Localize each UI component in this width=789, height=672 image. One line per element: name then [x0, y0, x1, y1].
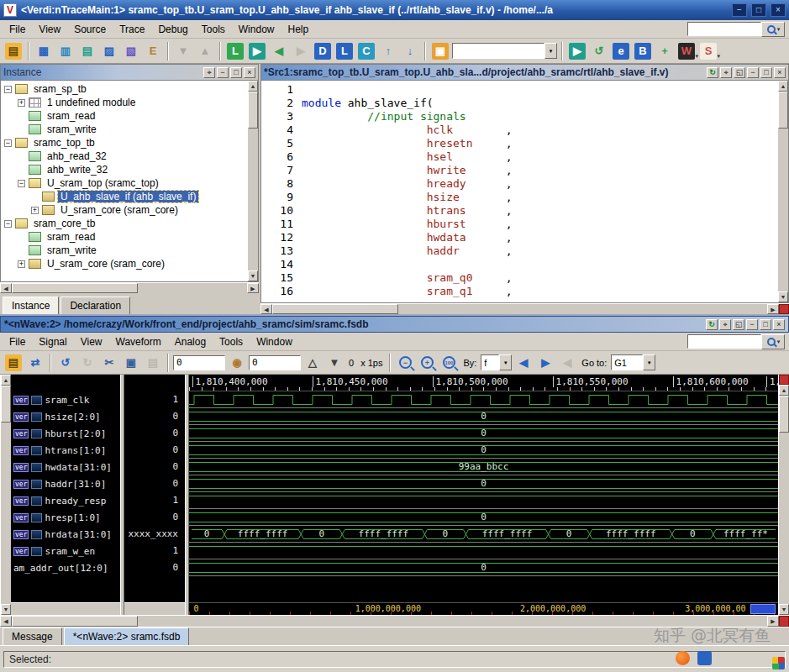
dropdown-arrow-icon[interactable]: ▾ [544, 43, 557, 59]
wave-overview[interactable]: 01,000,000,0002,000,000,0003,000,000,00 [189, 602, 778, 615]
source-view-icon[interactable]: ▤ [77, 41, 97, 61]
tree-expander-icon[interactable]: − [4, 86, 12, 93]
tree-item[interactable]: +1 undefined module [1, 96, 247, 109]
tree-item[interactable]: −U_sram_top (sramc_top) [1, 176, 247, 190]
wave-row-haddr-31-0[interactable]: 0 [189, 475, 778, 492]
scroll-left-icon[interactable]: ◀ [0, 616, 12, 627]
nwave-search-input[interactable] [687, 334, 761, 349]
main-search-input[interactable] [687, 22, 761, 36]
menu-debug[interactable]: Debug [151, 21, 194, 38]
instance-panel-header[interactable]: Instance ⌖ − □ × [0, 64, 259, 81]
tab-nwave-2-sramc-fsdb[interactable]: *<nWave:2> sramc.fsdb [64, 627, 190, 645]
new-waveform-icon[interactable]: W▾ [676, 41, 697, 61]
nwave-menu-file[interactable]: File [3, 333, 32, 350]
menu-file[interactable]: File [3, 21, 32, 38]
nwave-menu-analog[interactable]: Analog [168, 333, 213, 350]
tree-expander-icon[interactable]: − [18, 180, 25, 187]
restore-icon[interactable]: ◱ [733, 319, 744, 330]
edit-source-icon[interactable]: E [143, 41, 163, 61]
signal-name-row[interactable]: verhresp[1:0] [11, 509, 120, 526]
open-database-icon[interactable]: ▤ [3, 41, 24, 61]
menu-trace[interactable]: Trace [113, 21, 151, 38]
minimize-icon[interactable]: − [217, 67, 229, 78]
close-icon[interactable]: × [244, 67, 255, 78]
scroll-up-icon[interactable]: ▲ [248, 81, 258, 92]
scrollbar-thumb[interactable] [12, 283, 138, 293]
goto-active-icon[interactable]: L [225, 41, 245, 61]
scrollbar-thumb[interactable] [272, 304, 398, 314]
tree-expander-icon[interactable]: − [4, 139, 12, 147]
scrollbar-track[interactable] [778, 129, 788, 291]
maximize-icon[interactable]: □ [230, 67, 242, 78]
scroll-left-icon[interactable]: ◀ [260, 304, 272, 314]
zoom-in-icon[interactable]: + [417, 353, 437, 373]
maximize-icon[interactable]: □ [760, 319, 771, 330]
restore-session-icon[interactable]: ▲ [195, 41, 215, 61]
module-list-icon[interactable]: ▥ [55, 41, 76, 61]
menu-view[interactable]: View [32, 21, 67, 38]
wave-row-sram-clk[interactable] [189, 391, 778, 408]
tab-message[interactable]: Message [3, 627, 62, 645]
corner-marker-icon[interactable] [779, 375, 789, 385]
scroll-down-icon[interactable]: ▼ [779, 604, 789, 615]
nwave-menu-window[interactable]: Window [250, 333, 299, 350]
tree-expander-icon[interactable]: + [18, 260, 25, 268]
signal-name-row[interactable]: verhrdata[31:0] [11, 526, 120, 543]
tab-instance[interactable]: Instance [3, 297, 59, 314]
tree-item[interactable]: sram_read [1, 230, 247, 244]
interactive-mode-icon[interactable]: ▶ [567, 41, 587, 61]
signal-name-row[interactable]: verhaddr[31:0] [11, 475, 120, 492]
cut-signal-icon[interactable]: ✂ [99, 353, 119, 373]
undo-icon[interactable]: ↺ [55, 353, 76, 373]
restore-icon[interactable]: ◱ [734, 67, 745, 78]
signal-name-row[interactable]: verhtrans[1:0] [11, 442, 120, 459]
scroll-down-icon[interactable]: ▼ [778, 291, 788, 302]
wave-ruler[interactable]: 1,810,400,0001,810,450,0001,810,500,0001… [189, 375, 778, 391]
window-titlebar[interactable]: V <Verdi:nTraceMain:1> sramc_top_tb.U_sr… [0, 0, 789, 20]
trace-driver-icon[interactable]: D [313, 41, 333, 61]
tree-item[interactable]: U_ahb_slave_if (ahb_slave_if) [1, 190, 247, 203]
dropdown-arrow-icon[interactable]: ▾ [643, 354, 655, 370]
scroll-up-icon[interactable]: ▲ [1, 375, 11, 386]
scroll-up-icon[interactable]: ▲ [778, 81, 788, 92]
corner-marker-icon[interactable] [779, 616, 789, 627]
scrollbar-thumb[interactable] [778, 92, 788, 129]
tree-item[interactable]: ahb_write_32 [1, 163, 247, 176]
tree-item[interactable]: −sramc_top_tb [1, 136, 247, 150]
scroll-right-icon[interactable]: ▶ [247, 283, 259, 293]
wave-vscroll[interactable]: ▲ ▼ [778, 375, 789, 615]
tree-expander-icon[interactable]: + [18, 99, 25, 107]
tree-expander-icon[interactable]: + [31, 207, 39, 214]
pin-icon[interactable]: ⌖ [719, 319, 731, 330]
trace-cone-icon[interactable]: C [356, 41, 376, 61]
scrollbar-thumb[interactable] [12, 616, 138, 627]
rerun-icon[interactable]: ↺ [589, 41, 609, 61]
one-level-down-icon[interactable]: ↓ [400, 41, 420, 61]
wave-row-htrans-1-0[interactable]: 0 [189, 442, 778, 459]
active-annotation-icon[interactable]: ▶ [247, 41, 267, 61]
nwave-menu-waveform[interactable]: Waveform [109, 333, 168, 350]
find-signal-combo[interactable]: ▾ [452, 43, 557, 59]
scrollbar-track[interactable] [1, 423, 11, 604]
tab-declaration[interactable]: Declaration [60, 297, 130, 314]
menu-tools[interactable]: Tools [195, 21, 232, 38]
open-file-icon[interactable]: ▤ [3, 353, 24, 373]
wave-row-am-addr-out-12-0[interactable]: 0 [189, 559, 778, 576]
refresh-icon[interactable]: ↻ [707, 67, 718, 78]
scroll-right-icon[interactable]: ▶ [767, 304, 779, 314]
trace-load-icon[interactable]: L [334, 41, 355, 61]
wave-row-hready-resp[interactable] [189, 492, 778, 509]
menu-help[interactable]: Help [281, 21, 315, 38]
tree-item[interactable]: +U_sram_core (sram_core) [1, 257, 247, 270]
paste-signal-icon[interactable]: ▤ [143, 353, 163, 373]
signal-name-row[interactable]: verhsize[2:0] [11, 408, 120, 425]
goto-combo[interactable]: G1▾ [611, 354, 655, 370]
cursor-time-input[interactable] [173, 355, 225, 370]
maximize-icon[interactable]: □ [751, 3, 766, 17]
by-format-combo[interactable]: f▾ [481, 354, 512, 370]
new-schematic-icon[interactable]: S▾ [698, 41, 718, 61]
scrollbar-thumb[interactable] [779, 396, 789, 433]
signal-name-row[interactable]: am_addr_out[12:0] [11, 559, 120, 576]
tree-item[interactable]: +U_sram_core (sram_core) [1, 203, 247, 217]
signal-name-row[interactable]: verhburst[2:0] [11, 425, 120, 442]
